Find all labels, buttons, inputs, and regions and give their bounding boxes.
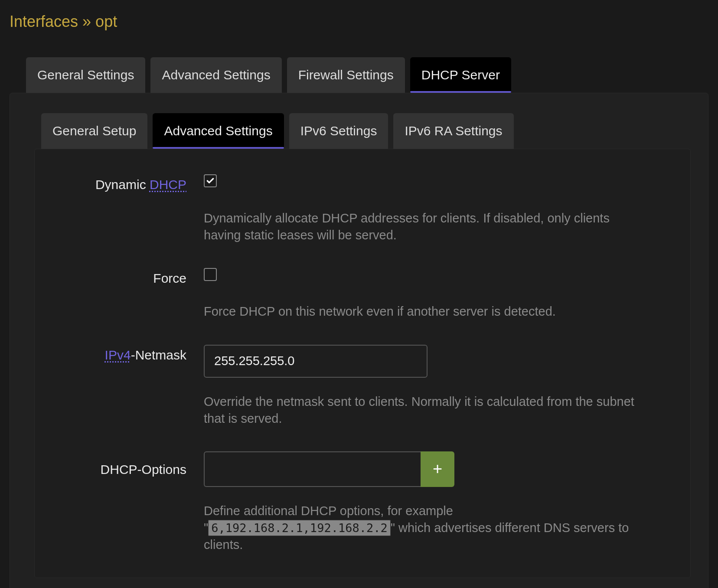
- advanced-form: Dynamic DHCP Dynamically allocate DHCP a…: [34, 149, 691, 578]
- add-dhcp-option-button[interactable]: +: [421, 451, 454, 487]
- checkbox-force[interactable]: [204, 268, 217, 281]
- label-dynamic-dhcp-prefix: Dynamic: [95, 177, 150, 192]
- subtab-ipv6-settings[interactable]: IPv6 Settings: [289, 113, 388, 149]
- help-netmask: Override the netmask sent to clients. No…: [204, 393, 646, 427]
- checkbox-dynamic-dhcp[interactable]: [204, 174, 217, 187]
- input-netmask[interactable]: [204, 345, 428, 378]
- check-icon: [206, 176, 215, 185]
- label-dynamic-dhcp: Dynamic DHCP: [45, 174, 204, 194]
- row-dynamic-dhcp: Dynamic DHCP: [45, 174, 664, 194]
- tab-general-settings[interactable]: General Settings: [26, 57, 145, 93]
- label-dhcp-options: DHCP-Options: [45, 451, 204, 479]
- label-force: Force: [45, 268, 204, 288]
- dhcp-panel: General Setup Advanced Settings IPv6 Set…: [10, 93, 708, 588]
- outer-tabs: General Settings Advanced Settings Firew…: [0, 38, 718, 93]
- inner-tabs: General Setup Advanced Settings IPv6 Set…: [10, 113, 708, 149]
- page-title: Interfaces » opt: [0, 0, 718, 38]
- help-force: Force DHCP on this network even if anoth…: [204, 303, 646, 320]
- subtab-advanced-settings[interactable]: Advanced Settings: [153, 113, 284, 149]
- row-netmask: IPv4-Netmask: [45, 345, 664, 378]
- subtab-general-setup[interactable]: General Setup: [41, 113, 147, 149]
- subtab-ipv6-ra-settings[interactable]: IPv6 RA Settings: [393, 113, 513, 149]
- tab-dhcp-server[interactable]: DHCP Server: [410, 57, 511, 93]
- plus-icon: +: [433, 460, 442, 478]
- label-netmask: IPv4-Netmask: [45, 345, 204, 365]
- help-dhcp-options-code: 6,192.168.2.1,192.168.2.2: [208, 520, 390, 536]
- help-dynamic-dhcp: Dynamically allocate DHCP addresses for …: [204, 210, 646, 244]
- input-dhcp-option[interactable]: [204, 451, 421, 487]
- tab-firewall-settings[interactable]: Firewall Settings: [287, 57, 405, 93]
- label-netmask-suffix: -Netmask: [131, 348, 186, 362]
- abbr-dhcp[interactable]: DHCP: [150, 177, 186, 192]
- help-dhcp-options: Define additional DHCP options, for exam…: [204, 503, 646, 553]
- row-dhcp-options: DHCP-Options +: [45, 451, 664, 487]
- row-force: Force: [45, 268, 664, 288]
- tab-advanced-settings[interactable]: Advanced Settings: [150, 57, 281, 93]
- abbr-ipv4[interactable]: IPv4: [105, 348, 131, 362]
